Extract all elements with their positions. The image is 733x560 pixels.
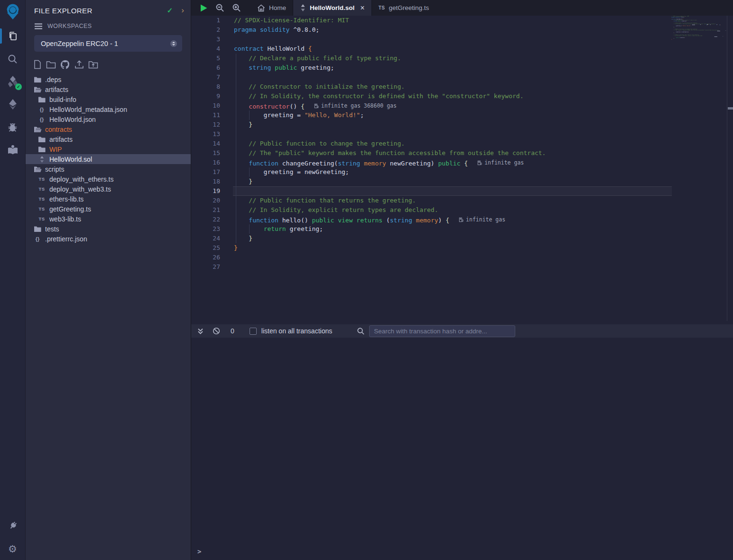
plugin-manager-icon[interactable] [0, 514, 25, 537]
tree-item-build-info[interactable]: build-info [26, 94, 191, 104]
code-line[interactable]: } [234, 177, 671, 186]
close-tab-icon[interactable]: × [360, 4, 364, 12]
line-number[interactable]: 10 [191, 101, 233, 110]
line-number[interactable]: 26 [191, 253, 233, 262]
line-number[interactable]: 4 [191, 44, 233, 54]
terminal-prompt[interactable]: > [197, 548, 201, 555]
new-folder-icon[interactable] [46, 60, 56, 69]
code-line[interactable]: // The "public" keyword makes the functi… [234, 148, 671, 158]
code-line[interactable]: greeting = "Hello, World!"; [234, 110, 671, 120]
file-explorer-icon[interactable] [0, 25, 25, 47]
solidity-compiler-icon[interactable]: ✓ [0, 70, 25, 93]
tree-item-artifacts[interactable]: artifacts [26, 134, 191, 144]
code-line[interactable] [234, 186, 671, 196]
line-number[interactable]: 15 [191, 148, 233, 158]
code-line[interactable] [234, 253, 671, 262]
run-script-icon[interactable] [200, 4, 208, 12]
line-number[interactable]: 27 [191, 262, 233, 272]
tree-item-deps[interactable]: .deps [26, 74, 191, 84]
code-line[interactable]: function changeGreeting(string memory ne… [234, 158, 671, 167]
line-number[interactable]: 7 [191, 73, 233, 82]
line-number[interactable]: 11 [191, 110, 233, 120]
upload-file-icon[interactable] [74, 60, 84, 69]
code-line[interactable]: } [234, 120, 671, 129]
clear-console-icon[interactable] [213, 327, 220, 335]
line-number[interactable]: 17 [191, 167, 233, 177]
tree-item-deploy-with-ethers-ts[interactable]: TSdeploy_with_ethers.ts [26, 174, 191, 184]
upload-folder-icon[interactable] [88, 60, 98, 69]
remix-logo-icon[interactable] [0, 0, 25, 25]
zoom-out-icon[interactable] [215, 3, 224, 12]
line-number[interactable]: 5 [191, 54, 233, 63]
code-line[interactable] [234, 73, 671, 82]
tree-item-scripts[interactable]: scripts [26, 164, 191, 174]
workspaces-menu-icon[interactable] [34, 23, 43, 29]
tree-item-tests[interactable]: tests [26, 224, 191, 234]
line-number[interactable]: 19 [191, 186, 233, 196]
tree-item-getgreeting-ts[interactable]: TSgetGreeting.ts [26, 204, 191, 214]
tree-item-prettierrc-json[interactable]: {}.prettierrc.json [26, 234, 191, 244]
line-number[interactable]: 14 [191, 139, 233, 148]
code-line[interactable]: // SPDX-License-Identifier: MIT [234, 16, 671, 25]
panel-collapse-icon[interactable]: › [181, 6, 184, 15]
code-line[interactable]: // In Solidity, explicit return types ar… [234, 205, 671, 215]
listen-transactions-checkbox[interactable] [250, 328, 257, 335]
line-number[interactable]: 12 [191, 120, 233, 129]
line-number[interactable]: 1 [191, 16, 233, 25]
code-line[interactable]: // Declare a public field of type string… [234, 54, 671, 63]
tree-item-helloworld-json[interactable]: {}HelloWorld.json [26, 114, 191, 124]
code-line[interactable]: } [234, 243, 671, 253]
code-line[interactable]: greeting = newGreeting; [234, 167, 671, 177]
line-number[interactable]: 25 [191, 243, 233, 253]
tree-item-helloworld-metadata-json[interactable]: {}HelloWorld_metadata.json [26, 104, 191, 114]
line-number[interactable]: 8 [191, 82, 233, 92]
code-line[interactable]: // Constructor to initialize the greetin… [234, 82, 671, 92]
code-line[interactable] [234, 35, 671, 44]
line-number[interactable]: 13 [191, 129, 233, 139]
tree-item-artifacts[interactable]: artifacts [26, 84, 191, 94]
panel-check-icon[interactable]: ✓ [167, 6, 173, 15]
minimap[interactable]: // SPDX-License-Identifier: MITpragma so… [671, 16, 727, 321]
line-number[interactable]: 9 [191, 92, 233, 101]
code-line[interactable]: // Public function that returns the gree… [234, 196, 671, 205]
code-line[interactable]: constructor() {infinite gas 368600 gas [234, 101, 671, 110]
search-icon[interactable] [0, 47, 25, 70]
tab-home[interactable]: Home [251, 0, 293, 16]
tree-item-helloworld-sol[interactable]: HelloWorld.sol [26, 154, 191, 164]
terminal-search-input[interactable] [369, 325, 515, 337]
deploy-and-run-icon[interactable] [0, 93, 25, 116]
line-number[interactable]: 22 [191, 215, 233, 224]
line-number[interactable]: 21 [191, 205, 233, 215]
editor-scrollbar[interactable] [727, 16, 733, 321]
code-editor[interactable]: 1234567891011121314151617181920212223242… [191, 16, 733, 321]
tree-item-contracts[interactable]: contracts [26, 124, 191, 134]
code-line[interactable]: return greeting; [234, 224, 671, 234]
settings-icon[interactable]: ⚙ [0, 537, 25, 560]
line-number[interactable]: 6 [191, 63, 233, 73]
line-number[interactable]: 3 [191, 35, 233, 44]
zoom-in-icon[interactable] [232, 3, 241, 12]
tab-helloworld-sol[interactable]: HelloWorld.sol × [293, 0, 372, 16]
new-file-icon[interactable] [33, 60, 42, 69]
code-line[interactable]: // Public function to change the greetin… [234, 139, 671, 148]
line-number[interactable]: 20 [191, 196, 233, 205]
solidity-unit-testing-icon[interactable] [0, 138, 25, 161]
code-content[interactable]: // SPDX-License-Identifier: MITpragma so… [234, 16, 671, 272]
line-number[interactable]: 2 [191, 25, 233, 35]
code-line[interactable]: } [234, 234, 671, 243]
line-number[interactable]: 23 [191, 224, 233, 234]
tree-item-deploy-with-web3-ts[interactable]: TSdeploy_with_web3.ts [26, 184, 191, 194]
code-line[interactable] [234, 262, 671, 272]
tab-getgreeting-ts[interactable]: TS getGreeting.ts [372, 0, 436, 16]
line-number[interactable]: 16 [191, 158, 233, 167]
clone-github-icon[interactable] [60, 60, 70, 69]
debugger-icon[interactable] [0, 116, 25, 138]
code-line[interactable] [234, 129, 671, 139]
code-line[interactable]: // In Solidity, the constructor is defin… [234, 92, 671, 101]
code-line[interactable]: pragma solidity ^0.8.0; [234, 25, 671, 35]
collapse-terminal-icon[interactable] [197, 328, 204, 335]
code-line[interactable]: string public greeting; [234, 63, 671, 73]
line-number-gutter[interactable]: 1234567891011121314151617181920212223242… [191, 16, 233, 272]
code-line[interactable]: function hello() public view returns (st… [234, 215, 671, 224]
scrollbar-thumb[interactable] [728, 107, 733, 110]
